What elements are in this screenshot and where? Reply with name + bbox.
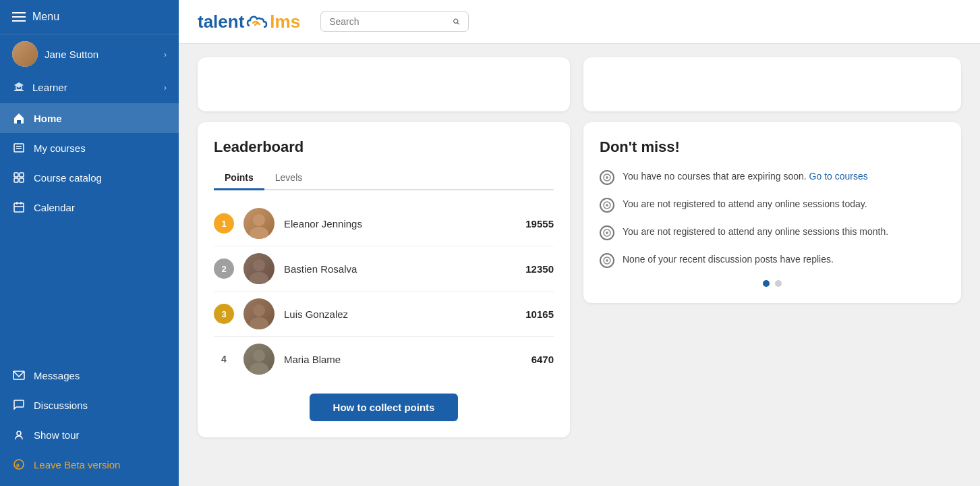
leave-beta-label: Leave Beta version	[34, 459, 120, 470]
svg-point-22	[253, 259, 265, 271]
avatar-maria	[243, 344, 275, 375]
search-icon	[453, 16, 460, 27]
sidebar-item-calendar[interactable]: Calendar	[0, 192, 179, 222]
user-chevron-icon: ›	[164, 49, 167, 59]
svg-rect-10	[14, 203, 24, 212]
top-card-left	[198, 57, 570, 111]
svg-rect-3	[14, 144, 24, 152]
menu-button[interactable]: Menu	[0, 0, 179, 34]
circle-icon-2	[600, 198, 614, 213]
calendar-icon	[12, 200, 26, 214]
home-label: Home	[34, 113, 62, 124]
messages-label: Messages	[34, 370, 80, 381]
sidebar-item-course-catalog[interactable]: Course catalog	[0, 163, 179, 192]
go-to-courses-link[interactable]: Go to courses	[809, 171, 868, 182]
dont-miss-item-2: You are not registered to attend any onl…	[600, 197, 945, 213]
discussions-label: Discussions	[34, 400, 88, 411]
leaderboard-title: Leaderboard	[214, 138, 554, 156]
dont-miss-text-2: You are not registered to attend any onl…	[623, 197, 867, 211]
svg-point-27	[250, 362, 268, 375]
messages-icon	[12, 369, 26, 382]
rank-badge-4: 4	[214, 354, 234, 364]
svg-rect-6	[14, 173, 18, 177]
dont-miss-text-4: None of your recent discussion posts hav…	[623, 252, 834, 267]
svg-point-15	[17, 431, 21, 435]
learner-points-2: 12350	[525, 263, 554, 275]
home-icon	[12, 111, 26, 125]
carousel-dot-1[interactable]	[763, 280, 770, 287]
svg-line-19	[457, 23, 459, 24]
sidebar-item-home[interactable]: Home	[0, 103, 179, 133]
logo-talent: talent	[198, 11, 244, 32]
leaderboard-row: 4 Maria Blame 6470	[214, 337, 554, 381]
main-nav: Home My courses Course catalog Calendar	[0, 103, 179, 222]
carousel-dot-2[interactable]	[775, 280, 782, 287]
learner-name-2: Bastien Rosalva	[284, 263, 516, 275]
sidebar-item-show-tour[interactable]: Show tour	[0, 420, 179, 450]
svg-rect-8	[14, 178, 18, 182]
right-column: Don't miss! You have no courses that are…	[583, 57, 961, 473]
svg-point-24	[253, 304, 265, 317]
learner-points-3: 10165	[525, 308, 554, 320]
svg-point-25	[250, 317, 268, 329]
course-catalog-label: Course catalog	[34, 172, 102, 184]
dont-miss-text-1: You have no courses that are expiring so…	[623, 169, 868, 184]
sidebar-item-my-courses[interactable]: My courses	[0, 133, 179, 163]
courses-icon	[12, 141, 26, 155]
svg-point-23	[250, 272, 268, 284]
dont-miss-card: Don't miss! You have no courses that are…	[583, 122, 961, 303]
svg-rect-9	[20, 178, 24, 182]
main-area: talent lms Leaderboard	[179, 0, 980, 486]
leaderboard-row: 1 Eleanor Jennings 19555	[214, 201, 554, 246]
collect-points-button[interactable]: How to collect points	[310, 394, 458, 421]
svg-point-20	[253, 214, 265, 226]
menu-label: Menu	[32, 11, 59, 23]
sidebar-item-messages[interactable]: Messages	[0, 360, 179, 390]
leaderboard-tabs: Points Levels	[214, 167, 554, 190]
circle-icon-1	[600, 170, 614, 185]
learner-name-4: Maria Blame	[284, 354, 522, 365]
user-name: Jane Sutton	[45, 49, 157, 60]
learner-chevron-icon: ›	[164, 82, 167, 92]
tab-levels[interactable]: Levels	[264, 167, 313, 190]
circle-icon-4	[600, 253, 614, 268]
tab-points[interactable]: Points	[214, 167, 264, 190]
sidebar-item-leave-beta[interactable]: β Leave Beta version	[0, 450, 179, 479]
sidebar-item-discussions[interactable]: Discussions	[0, 390, 179, 420]
svg-rect-7	[20, 173, 24, 177]
dont-miss-item-3: You are not registered to attend any onl…	[600, 225, 945, 240]
learner-name-1: Eleanor Jennings	[284, 218, 516, 230]
logo-lms: lms	[270, 11, 300, 32]
leaderboard-row: 3 Luis Gonzalez 10165	[214, 292, 554, 337]
avatar-bastien	[243, 253, 275, 284]
left-column: Leaderboard Points Levels 1 Eleanor Jenn…	[198, 57, 570, 473]
search-box[interactable]	[320, 11, 469, 32]
learner-label: Learner	[32, 82, 157, 93]
learner-button[interactable]: Learner ›	[0, 74, 179, 101]
dont-miss-item-1: You have no courses that are expiring so…	[600, 169, 945, 185]
beta-icon: β	[12, 458, 26, 471]
logo: talent lms	[198, 11, 300, 32]
user-profile-button[interactable]: Jane Sutton ›	[0, 34, 179, 74]
topbar: talent lms	[179, 0, 980, 44]
dont-miss-title: Don't miss!	[600, 138, 945, 156]
carousel-dots	[600, 280, 945, 287]
tour-icon	[12, 428, 26, 441]
rank-badge-2: 2	[214, 259, 234, 279]
rank-badge-3: 3	[214, 304, 234, 324]
sidebar: Menu Jane Sutton › Learner › Home	[0, 0, 179, 486]
search-input[interactable]	[329, 16, 447, 27]
svg-point-26	[253, 350, 265, 362]
dont-miss-item-4: None of your recent discussion posts hav…	[600, 252, 945, 268]
avatar-eleanor	[243, 208, 275, 239]
learner-icon	[12, 80, 26, 94]
svg-rect-2	[17, 120, 21, 124]
rank-badge-1: 1	[214, 213, 234, 234]
show-tour-label: Show tour	[34, 429, 80, 441]
calendar-label: Calendar	[34, 202, 75, 213]
learner-points-1: 19555	[525, 218, 554, 230]
learner-points-4: 6470	[531, 354, 554, 365]
my-courses-label: My courses	[34, 142, 86, 154]
dont-miss-text-3: You are not registered to attend any onl…	[623, 225, 888, 239]
avatar-luis	[243, 298, 275, 329]
